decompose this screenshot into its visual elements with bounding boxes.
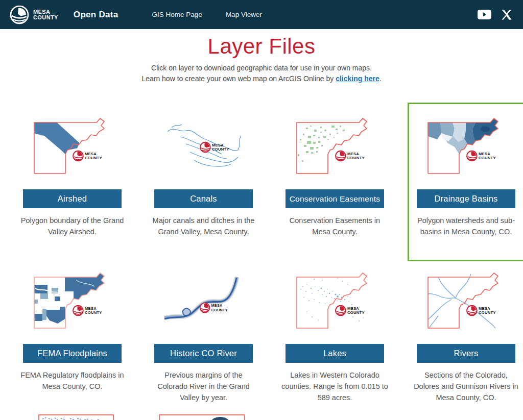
x-icon[interactable] <box>502 10 512 20</box>
logo-text-line1: MESA <box>33 9 58 15</box>
airshed-map-thumbnail <box>23 113 122 189</box>
layer-card-conservation-easements: Conservation Easements Conservation Ease… <box>278 105 391 259</box>
layer-card-canals: Canals Major canals and ditches in the G… <box>147 105 260 259</box>
conservation-easements-map-thumbnail <box>286 113 384 189</box>
clicking-here-link[interactable]: clicking here <box>336 75 379 83</box>
layer-card-rivers: Rivers Sections of the Colorado, Dolores… <box>410 259 522 414</box>
fema-floodplains-description: FEMA Regulatory floodplains in Mesa Coun… <box>18 369 127 392</box>
drainage-basins-download-button[interactable]: Drainage Basins <box>417 189 515 208</box>
fema-floodplains-download-button[interactable]: FEMA Floodplains <box>23 344 122 363</box>
top-navigation-bar: MESA COUNTY Open Data GIS Home Page Map … <box>0 0 523 29</box>
drainage-basins-description: Polygon watersheds and sub-basins in Mes… <box>412 215 520 237</box>
youtube-icon[interactable] <box>478 10 491 19</box>
airshed-description: Polygon boundary of the Grand Valley Air… <box>18 215 127 237</box>
header-nav: GIS Home Page Map Viewer <box>152 11 262 18</box>
lakes-description: Lakes in Western Colorado counties. Rang… <box>280 369 389 403</box>
partial-map-thumbnail-1 <box>38 414 114 420</box>
layer-card-historic-co-river: Historic CO River Previous margins of th… <box>147 259 260 414</box>
mesa-county-logo-text: MESA COUNTY <box>33 9 58 20</box>
fema-floodplains-map-thumbnail <box>23 267 122 344</box>
layer-card-drainage-basins: Drainage Basins Polygon watersheds and s… <box>408 103 523 261</box>
rivers-description: Sections of the Colorado, Dolores and Gu… <box>412 369 520 403</box>
conservation-easements-description: Conservation Easements in Mesa County. <box>280 215 389 237</box>
layer-card-lakes: Lakes Lakes in Western Colorado counties… <box>278 259 391 414</box>
layer-card-airshed: Airshed Polygon boundary of the Grand Va… <box>16 105 129 259</box>
nav-gis-home-page[interactable]: GIS Home Page <box>152 11 202 18</box>
canals-map-thumbnail <box>154 113 253 189</box>
mesa-county-logo-icon[interactable] <box>9 5 30 25</box>
rivers-download-button[interactable]: Rivers <box>417 344 515 363</box>
canals-description: Major canals and ditches in the Grand Va… <box>149 215 258 237</box>
historic-co-river-description: Previous margins of the Colorado River i… <box>149 369 258 403</box>
subtitle-line1: Click on layer to download geographic da… <box>151 64 372 72</box>
canals-download-button[interactable]: Canals <box>154 189 253 208</box>
social-links <box>478 10 512 20</box>
subtitle-line2-prefix: Learn how to create your own web map on … <box>141 75 336 83</box>
lakes-download-button[interactable]: Lakes <box>286 344 384 363</box>
historic-co-river-download-button[interactable]: Historic CO River <box>154 344 253 363</box>
site-title-open-data[interactable]: Open Data <box>74 10 118 20</box>
nav-map-viewer[interactable]: Map Viewer <box>226 11 262 18</box>
layer-card-grid: Airshed Polygon boundary of the Grand Va… <box>16 105 523 414</box>
logo-text-line2: COUNTY <box>33 15 58 20</box>
drainage-basins-map-thumbnail <box>417 113 515 189</box>
historic-co-river-map-thumbnail <box>154 267 253 344</box>
rivers-map-thumbnail <box>417 267 515 344</box>
conservation-easements-download-button[interactable]: Conservation Easements <box>286 189 384 208</box>
airshed-download-button[interactable]: Airshed <box>23 189 122 208</box>
page-subtitle: Click on layer to download geographic da… <box>0 63 523 84</box>
layer-card-fema-floodplains: FEMA Floodplains FEMA Regulatory floodpl… <box>16 259 129 414</box>
lakes-map-thumbnail <box>286 267 384 344</box>
subtitle-line2-suffix: . <box>379 75 382 83</box>
partial-map-thumbnail-2 <box>159 414 245 420</box>
page-title: Layer Files <box>0 34 523 59</box>
